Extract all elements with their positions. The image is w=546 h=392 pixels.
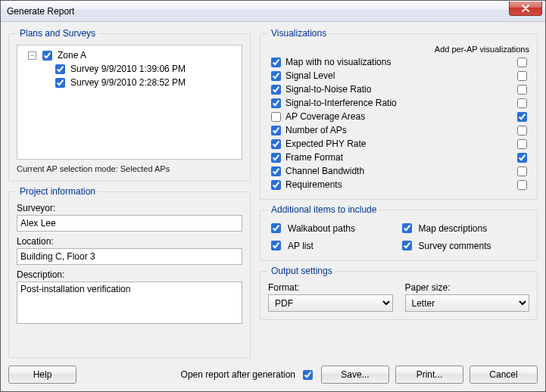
visualization-label: Signal Level	[285, 70, 513, 81]
surveyor-input[interactable]	[17, 215, 242, 232]
description-label: Description:	[17, 269, 242, 280]
location-input[interactable]	[17, 248, 242, 265]
visualization-label: Number of APs	[285, 125, 513, 135]
per-ap-checkbox[interactable]	[517, 112, 527, 122]
tree-child-label: Survey 9/9/2010 1:39:06 PM	[70, 64, 186, 74]
visualization-row: Number of APs	[268, 123, 529, 137]
additional-item-checkbox[interactable]	[271, 241, 281, 250]
description-input[interactable]	[17, 282, 242, 324]
visualization-label: AP Coverage Areas	[285, 111, 513, 122]
tree-root-checkbox[interactable]	[42, 51, 52, 61]
visualization-checkbox[interactable]	[271, 112, 281, 122]
visualization-row: Signal-to-Interference Ratio	[268, 96, 529, 110]
visualization-checkbox[interactable]	[271, 71, 281, 81]
visualization-checkbox[interactable]	[271, 153, 281, 163]
close-icon	[521, 5, 530, 12]
paper-size-select[interactable]: Letter	[405, 294, 530, 312]
visualization-label: Signal-to-Interference Ratio	[285, 98, 513, 108]
visualizations-legend: Visualizations	[268, 28, 329, 39]
additional-item-label: AP list	[288, 241, 314, 251]
additional-legend: Additional items to include	[268, 204, 379, 215]
visualization-checkbox[interactable]	[271, 139, 281, 149]
visualization-row: Map with no visualizations	[268, 55, 529, 69]
visualization-row: Signal Level	[268, 69, 529, 82]
visualization-label: Map with no visualizations	[285, 57, 513, 67]
tree-child-label: Survey 9/9/2010 2:28:52 PM	[70, 77, 186, 88]
additional-item-label: Map descriptions	[419, 223, 488, 234]
visualization-label: Channel Bandwidth	[285, 166, 513, 176]
additional-item-checkbox[interactable]	[402, 223, 412, 233]
per-ap-checkbox[interactable]	[517, 85, 527, 95]
close-button[interactable]	[509, 2, 542, 16]
additional-item-label: Survey comments	[419, 241, 491, 251]
per-ap-checkbox[interactable]	[517, 166, 527, 176]
visualization-row: Expected PHY Rate	[268, 137, 529, 151]
visualization-checkbox[interactable]	[271, 98, 281, 108]
per-ap-header: Add per-AP visualizations	[268, 45, 529, 54]
visualization-row: Channel Bandwidth	[268, 164, 529, 178]
print-button[interactable]: Print...	[395, 366, 463, 384]
visualization-label: Expected PHY Rate	[285, 138, 513, 149]
visualization-checkbox[interactable]	[271, 166, 281, 176]
visualization-checkbox[interactable]	[271, 85, 281, 95]
save-button[interactable]: Save...	[321, 366, 389, 384]
tree-collapse-icon[interactable]: −	[28, 51, 36, 60]
dialog-footer: Help Open report after generation Save..…	[8, 358, 538, 384]
survey-tree[interactable]: − Zone A Survey 9/9/2010 1:39:06 PM Surv…	[17, 45, 242, 160]
additional-item: Survey comments	[399, 238, 530, 253]
cancel-button[interactable]: Cancel	[470, 366, 538, 384]
per-ap-checkbox[interactable]	[517, 71, 527, 81]
additional-item-checkbox[interactable]	[271, 223, 281, 233]
visualization-label: Frame Format	[285, 152, 513, 163]
output-settings-group: Output settings Format: PDF Paper size: …	[260, 266, 538, 320]
ap-selection-mode-note: Current AP selection mode: Selected APs	[17, 164, 242, 173]
tree-child-row[interactable]: Survey 9/9/2010 2:28:52 PM	[22, 76, 237, 89]
visualization-row: Frame Format	[268, 151, 529, 164]
per-ap-checkbox[interactable]	[517, 58, 527, 67]
tree-root-row[interactable]: − Zone A	[22, 48, 237, 62]
visualization-row: AP Coverage Areas	[268, 110, 529, 123]
additional-items-group: Additional items to include Walkabout pa…	[260, 204, 538, 261]
open-after-checkbox[interactable]	[303, 370, 313, 380]
additional-item: Map descriptions	[399, 221, 530, 235]
generate-report-dialog: Generate Report Plans and Surveys − Zone…	[0, 0, 546, 392]
project-information-group: Project information Surveyor: Location: …	[8, 186, 251, 358]
project-legend: Project information	[17, 186, 98, 197]
tree-child-checkbox[interactable]	[55, 64, 65, 74]
per-ap-checkbox[interactable]	[517, 126, 527, 135]
paper-size-label: Paper size:	[405, 282, 530, 293]
client-area: Plans and Surveys − Zone A Survey 9/9/20…	[1, 22, 545, 391]
tree-root-label: Zone A	[58, 50, 86, 61]
titlebar: Generate Report	[1, 1, 545, 22]
per-ap-checkbox[interactable]	[517, 180, 527, 190]
surveyor-label: Surveyor:	[17, 203, 242, 213]
tree-child-checkbox[interactable]	[55, 78, 65, 88]
tree-child-row[interactable]: Survey 9/9/2010 1:39:06 PM	[22, 62, 237, 76]
additional-item-label: Walkabout paths	[288, 223, 355, 234]
additional-item: Walkabout paths	[268, 221, 399, 235]
visualization-label: Requirements	[285, 179, 513, 190]
format-select[interactable]: PDF	[268, 294, 393, 312]
additional-item-checkbox[interactable]	[402, 241, 412, 250]
visualizations-group: Visualizations Add per-AP visualizations…	[260, 28, 538, 200]
visualization-row: Signal-to-Noise Ratio	[268, 82, 529, 96]
window-title: Generate Report	[7, 6, 74, 17]
visualization-checkbox[interactable]	[271, 58, 281, 67]
location-label: Location:	[17, 236, 242, 247]
visualization-row: Requirements	[268, 178, 529, 191]
visualization-label: Signal-to-Noise Ratio	[285, 84, 513, 95]
per-ap-checkbox[interactable]	[517, 139, 527, 149]
per-ap-checkbox[interactable]	[517, 98, 527, 108]
per-ap-checkbox[interactable]	[517, 153, 527, 163]
format-label: Format:	[268, 282, 393, 293]
open-after-label: Open report after generation	[181, 369, 295, 380]
plans-legend: Plans and Surveys	[17, 28, 98, 39]
additional-item: AP list	[268, 238, 399, 253]
help-button[interactable]: Help	[8, 366, 76, 384]
visualization-checkbox[interactable]	[271, 180, 281, 190]
visualization-checkbox[interactable]	[271, 126, 281, 135]
plans-and-surveys-group: Plans and Surveys − Zone A Survey 9/9/20…	[8, 28, 251, 182]
output-legend: Output settings	[268, 266, 335, 276]
